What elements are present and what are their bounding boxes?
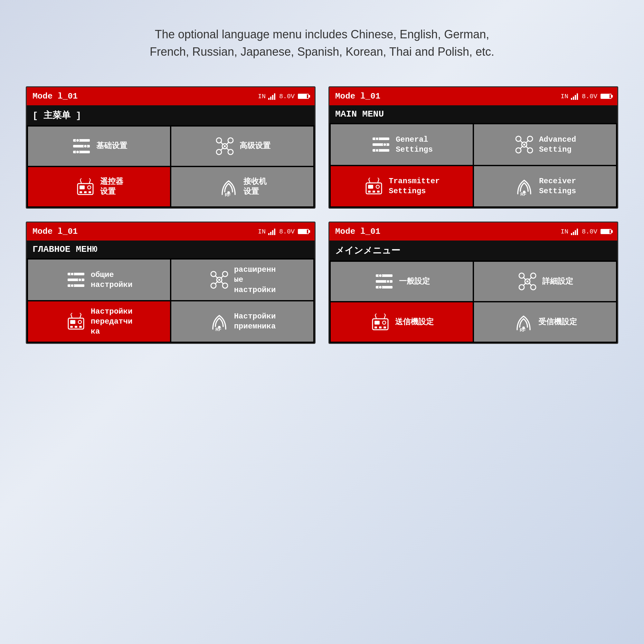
svg-point-21	[88, 186, 91, 189]
screen-header-chinese: Mode l_01 IN 8.0V	[27, 87, 315, 105]
svg-line-117	[384, 315, 385, 319]
svg-rect-95	[376, 286, 393, 289]
int-label: IN	[561, 228, 568, 235]
voltage-label: 8.0V	[582, 93, 597, 100]
screen-russian: Mode l_01 IN 8.0V ГЛАВНОЕ МЕНЮ общиенаст…	[26, 222, 316, 344]
menu-item-text-0-2: 遥控器设置	[100, 177, 123, 197]
menu-item-text-3-0: 一般設定	[399, 277, 430, 287]
svg-rect-59	[377, 191, 380, 193]
menu-item-0-2[interactable]: 遥控器设置	[28, 167, 170, 206]
svg-point-68	[79, 279, 81, 281]
menu-item-1-2[interactable]: TransmitterSettings	[331, 166, 473, 207]
svg-point-11	[216, 149, 222, 155]
svg-point-41	[527, 136, 533, 141]
transmitter-icon	[370, 312, 391, 332]
signal-bars-icon	[571, 228, 578, 235]
svg-rect-0	[73, 139, 90, 142]
battery-icon	[601, 94, 611, 99]
menu-title-japanese: メインメニュー	[329, 241, 617, 260]
svg-rect-119	[374, 327, 377, 328]
status-icons: IN 8.0V	[258, 228, 309, 235]
menu-item-2-2[interactable]: Настройкипередатчика	[28, 301, 170, 342]
svg-point-49	[523, 144, 525, 146]
menu-item-3-2[interactable]: 送信機設定	[331, 302, 473, 342]
svg-point-99	[387, 280, 389, 283]
menu-item-0-0[interactable]: 基础设置	[28, 127, 170, 166]
menu-item-2-1[interactable]: расширенныенастройки	[171, 260, 313, 300]
svg-point-83	[78, 320, 81, 324]
svg-point-102	[519, 273, 524, 278]
menu-item-text-0-1: 高级设置	[240, 141, 270, 151]
settings-icon	[71, 136, 92, 156]
screen-body-english: GeneralSettings AdvancedSetting Transmit…	[329, 123, 617, 208]
settings-icon	[374, 271, 394, 292]
svg-line-53	[369, 179, 370, 183]
svg-line-55	[378, 179, 379, 183]
rf-icon: RF	[218, 176, 239, 197]
screen-chinese: Mode l_01 IN 8.0V [ 主菜单 ] 基础设置	[26, 86, 316, 209]
menu-item-2-0[interactable]: общиенастройки	[28, 260, 170, 300]
svg-rect-94	[376, 280, 393, 283]
menu-item-2-3[interactable]: RF Настройкиприемника	[171, 301, 313, 342]
svg-rect-31	[373, 137, 389, 140]
rf-icon: RF	[513, 312, 534, 332]
transmitter-icon	[364, 176, 384, 196]
voltage-label: 8.0V	[582, 228, 597, 235]
drone-icon	[214, 136, 235, 156]
menu-item-text-1-2: TransmitterSettings	[389, 176, 440, 196]
svg-point-97	[379, 274, 382, 277]
svg-point-71	[211, 271, 216, 277]
menu-item-3-1[interactable]: 詳細設定	[474, 262, 616, 301]
drone-icon	[514, 134, 535, 155]
menu-item-1-3[interactable]: RF ReceiverSettings	[474, 166, 616, 207]
svg-rect-57	[368, 191, 371, 193]
screen-header-russian: Mode l_01 IN 8.0V	[27, 223, 315, 241]
model-label: Mode l_01	[33, 227, 78, 236]
screen-header-japanese: Mode l_01 IN 8.0V	[329, 223, 617, 241]
svg-point-80	[218, 279, 220, 281]
svg-text:RF: RF	[520, 192, 526, 196]
svg-point-104	[519, 285, 524, 290]
svg-rect-90	[79, 326, 82, 328]
svg-rect-58	[373, 191, 375, 193]
svg-line-86	[80, 314, 81, 318]
svg-point-103	[531, 273, 536, 278]
status-icons: IN 8.0V	[561, 93, 611, 100]
svg-rect-2	[73, 151, 90, 153]
svg-point-4	[76, 139, 79, 142]
rf-icon: RF	[514, 176, 535, 196]
battery-icon	[298, 94, 309, 99]
svg-line-84	[71, 314, 72, 318]
signal-bars-icon	[571, 93, 578, 100]
int-label: IN	[561, 93, 568, 100]
menu-item-1-1[interactable]: AdvancedSetting	[474, 124, 616, 165]
svg-rect-28	[89, 191, 91, 193]
svg-rect-1	[73, 145, 90, 147]
svg-point-74	[223, 283, 228, 288]
menu-item-0-1[interactable]: 高级设置	[171, 127, 313, 166]
svg-point-52	[376, 185, 379, 188]
svg-point-8	[76, 151, 79, 153]
svg-rect-51	[368, 185, 373, 189]
svg-line-115	[375, 315, 376, 319]
menu-item-text-3-2: 送信機設定	[395, 317, 434, 327]
svg-point-111	[526, 280, 528, 282]
svg-line-87	[80, 313, 81, 314]
screen-body-chinese: 基础设置 高级设置 遥控器设置 RF 接收机设置	[27, 125, 315, 208]
menu-item-3-3[interactable]: RF 受信機設定	[474, 302, 616, 342]
svg-rect-62	[68, 273, 84, 275]
menu-item-0-3[interactable]: RF 接收机设置	[171, 167, 313, 206]
rf-icon: RF	[209, 311, 230, 332]
svg-line-56	[378, 178, 379, 179]
signal-bars-icon	[268, 228, 275, 235]
svg-rect-113	[374, 321, 380, 325]
menu-title-chinese: [ 主菜单 ]	[27, 105, 315, 125]
screen-japanese: Mode l_01 IN 8.0V メインメニュー 一般設定	[328, 222, 618, 344]
svg-point-9	[216, 138, 222, 143]
menu-title-english: MAIN MENU	[329, 105, 617, 123]
svg-rect-64	[68, 284, 84, 287]
svg-rect-63	[68, 279, 84, 281]
menu-item-3-0[interactable]: 一般設定	[331, 262, 473, 301]
svg-line-25	[89, 178, 90, 180]
menu-item-1-0[interactable]: GeneralSettings	[331, 124, 473, 165]
